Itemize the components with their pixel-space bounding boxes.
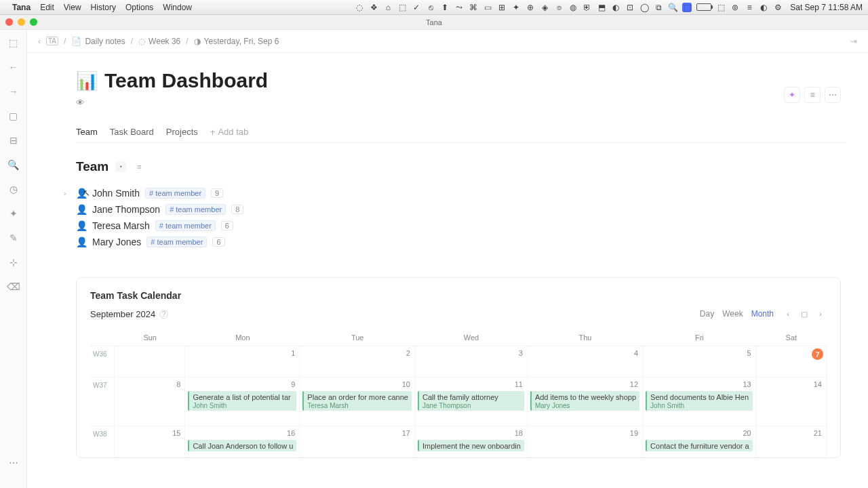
search-icon[interactable]: 🔍 (668, 3, 677, 12)
week-label[interactable]: W36 (90, 346, 115, 378)
menu-edit[interactable]: Edit (40, 3, 54, 12)
day-cell[interactable]: 2 (300, 346, 415, 378)
sidebar-recent-icon[interactable]: ◷ (7, 183, 20, 195)
day-cell[interactable] (115, 346, 185, 378)
team-member-row[interactable]: 👤 Jane Thompson # team member 8 (76, 201, 846, 218)
day-cell[interactable]: 21 (756, 426, 827, 458)
team-member-row[interactable]: 👤 Teresa Marsh # team member 6 (76, 218, 846, 234)
sidebar-back-icon[interactable]: ← (7, 61, 20, 73)
view-month[interactable]: Month (751, 309, 774, 319)
status-icon[interactable]: ⊡ (625, 3, 635, 12)
visibility-icon[interactable]: 👁 (76, 98, 846, 108)
day-cell[interactable]: 9 Generate a list of potential tarJohn S… (185, 378, 300, 426)
sidebar-inbox-icon[interactable]: ⊟ (7, 134, 20, 146)
status-icon[interactable]: ❖ (369, 3, 378, 12)
day-cell[interactable]: 12 Add items to the weekly shoppMary Jon… (528, 378, 643, 426)
team-member-row[interactable]: 👤 Mary Jones # team member 6 (76, 234, 846, 250)
team-filter-icon[interactable]: ≡ (133, 161, 145, 173)
status-icon[interactable]: ⊞ (497, 3, 507, 12)
breadcrumb-root[interactable]: TA (46, 37, 58, 45)
sidebar-pin-icon[interactable]: ⊹ (7, 256, 20, 268)
sidebar-forward-icon[interactable]: → (7, 85, 20, 98)
menu-window[interactable]: Window (163, 3, 192, 12)
breadcrumb-day[interactable]: ◑ Yesterday, Fri, Sep 6 (194, 37, 279, 46)
member-tag[interactable]: # team member (165, 204, 226, 215)
settings-button[interactable]: ≡ (804, 87, 821, 103)
sidebar-search-icon[interactable]: 🔍 (7, 159, 20, 171)
day-cell[interactable]: 15 (115, 426, 185, 458)
week-label[interactable]: W37 (90, 378, 115, 426)
team-status-icon[interactable]: • (115, 161, 126, 172)
team-member-row[interactable]: › 👤 ↖ John Smith # team member 9 (76, 185, 846, 201)
tab-task-board[interactable]: Task Board (110, 127, 154, 137)
sidebar-home-icon[interactable]: ⬚ (7, 37, 20, 49)
day-cell[interactable]: 1 (185, 346, 300, 378)
menu-view[interactable]: View (64, 3, 81, 12)
collapse-panel-icon[interactable]: ⇥ (850, 37, 857, 46)
day-cell[interactable]: 18 Implement the new onboardin (415, 426, 528, 458)
help-icon[interactable]: ? (159, 310, 168, 319)
nav-back-icon[interactable]: ‹ (38, 37, 41, 46)
member-tag[interactable]: # team member (145, 188, 205, 199)
menu-app[interactable]: Tana (12, 3, 31, 12)
expand-icon[interactable]: › (64, 190, 66, 197)
clock[interactable]: Sat Sep 7 11:58 AM (790, 3, 863, 12)
calendar-event[interactable]: Contact the furniture vendor a (646, 440, 753, 451)
close-button[interactable] (5, 18, 13, 26)
day-cell-today[interactable]: 7 (756, 346, 827, 378)
status-icon[interactable]: ⬆ (440, 3, 450, 12)
sidebar-today-icon[interactable]: ▢ (7, 110, 20, 122)
status-icon[interactable]: ⬚ (716, 3, 726, 12)
status-icon[interactable]: ⛨ (583, 3, 592, 12)
status-icon[interactable]: ⌂ (383, 3, 393, 12)
cal-today-icon[interactable]: ▢ (798, 308, 810, 320)
calendar-event[interactable]: Place an order for more canneTeresa Mars… (302, 391, 412, 411)
status-icon[interactable]: ◐ (759, 3, 768, 12)
calendar-event[interactable]: Call the family attorneyJane Thompson (418, 391, 524, 411)
day-cell[interactable]: 13 Send documents to Albie HenJohn Smith (643, 378, 756, 426)
day-cell[interactable]: 3 (415, 346, 528, 378)
status-icon[interactable]: ⌘ (469, 3, 478, 12)
status-icon[interactable]: ⧉ (654, 3, 663, 12)
sidebar-new-icon[interactable]: ✦ (7, 207, 20, 220)
calendar-event[interactable]: Call Joan Anderson to follow u (188, 440, 296, 451)
page-title-text[interactable]: Team Dashboard (104, 69, 268, 92)
status-icon[interactable]: ✦ (511, 3, 521, 12)
wifi-icon[interactable]: ⊚ (730, 3, 740, 12)
status-icon[interactable]: ⤳ (454, 3, 464, 12)
ai-button[interactable]: ✦ (784, 87, 800, 103)
add-tab-button[interactable]: + Add tab (210, 127, 248, 137)
day-cell[interactable]: 4 (528, 346, 643, 378)
member-tag[interactable]: # team member (146, 237, 207, 247)
status-icon[interactable]: ⊕ (526, 3, 535, 12)
battery-icon[interactable] (696, 3, 711, 11)
status-icon[interactable]: ⌾ (554, 3, 564, 12)
status-icon[interactable]: ✓ (412, 3, 421, 12)
day-cell[interactable]: 20 Contact the furniture vendor a (643, 426, 756, 458)
status-icon[interactable]: ⎋ (426, 3, 435, 12)
day-cell[interactable]: 14 (756, 378, 827, 426)
day-cell[interactable]: 11 Call the family attorneyJane Thompson (415, 378, 528, 426)
breadcrumb-week[interactable]: ◌ Week 36 (138, 37, 180, 46)
status-icon-active[interactable]: ⬚ (682, 3, 692, 12)
tab-team[interactable]: Team (76, 127, 98, 137)
day-cell[interactable]: 5 (643, 346, 756, 378)
cal-next-icon[interactable]: › (814, 308, 827, 320)
calendar-event[interactable]: Add items to the weekly shoppMary Jones (530, 391, 639, 411)
calendar-event[interactable]: Implement the new onboardin (418, 440, 524, 451)
tab-projects[interactable]: Projects (166, 127, 198, 137)
status-icon[interactable]: ◐ (611, 3, 620, 12)
calendar-event[interactable]: Send documents to Albie HenJohn Smith (646, 391, 753, 411)
status-icon[interactable]: ⬒ (597, 3, 606, 12)
day-cell[interactable]: 10 Place an order for more canneTeresa M… (300, 378, 415, 426)
day-cell[interactable]: 8 (115, 378, 185, 426)
status-icon[interactable]: ≡ (745, 3, 754, 12)
status-icon[interactable]: ⬚ (397, 3, 407, 12)
week-label[interactable]: W38 (90, 426, 115, 458)
view-day[interactable]: Day (700, 309, 714, 319)
status-icon[interactable]: ◯ (639, 3, 649, 12)
menu-history[interactable]: History (91, 3, 116, 12)
control-center-icon[interactable]: ⚙ (773, 3, 783, 12)
day-cell[interactable]: 17 (300, 426, 415, 458)
status-icon[interactable]: ◌ (355, 3, 364, 12)
